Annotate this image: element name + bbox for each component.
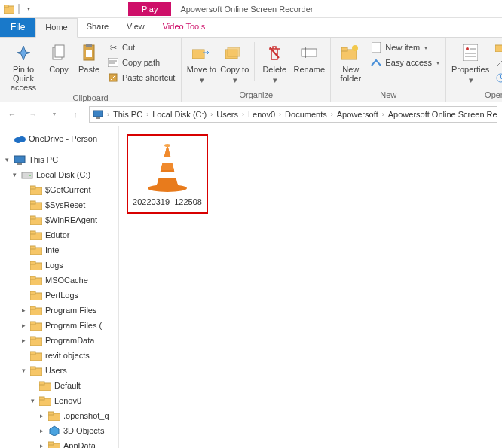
nav-tree[interactable]: OneDrive - Person▾This PC▾Local Disk (C:… xyxy=(0,126,119,448)
chevron-down-icon: ▾ xyxy=(469,75,473,84)
tree-item[interactable]: Edutor xyxy=(0,227,118,242)
folder-icon xyxy=(30,334,42,346)
tree-item[interactable]: Logs xyxy=(0,258,118,273)
copy-icon xyxy=(48,42,69,63)
folder-icon[interactable] xyxy=(3,3,15,15)
svg-rect-70 xyxy=(30,367,35,370)
new-item-button[interactable]: New item▾ xyxy=(369,41,441,54)
tree-item[interactable]: $GetCurrent xyxy=(0,182,118,197)
expand-icon[interactable]: ▸ xyxy=(38,427,45,434)
copy-button[interactable]: Copy xyxy=(45,39,72,92)
svg-rect-6 xyxy=(86,44,92,47)
tree-item[interactable]: ▾Users xyxy=(0,363,118,378)
chevron-right-icon[interactable]: › xyxy=(208,111,215,118)
back-button[interactable]: ← xyxy=(5,107,20,122)
tree-label: 3D Objects xyxy=(63,426,104,435)
svg-rect-72 xyxy=(39,382,44,385)
expand-icon[interactable]: ▾ xyxy=(29,397,36,404)
recent-locations-button[interactable]: ▾ xyxy=(47,107,62,122)
breadcrumb[interactable]: › This PC› Local Disk (C:)› Users› Lenov… xyxy=(89,106,497,123)
expand-icon[interactable]: ▸ xyxy=(20,306,27,314)
expand-icon[interactable]: ▸ xyxy=(38,412,45,419)
crumb-current[interactable]: Apowersoft Online Screen Recorder xyxy=(388,110,497,119)
chevron-right-icon[interactable]: › xyxy=(380,111,387,118)
copy-to-button[interactable]: Copy to▾ xyxy=(219,39,249,84)
tree-item[interactable]: ▸Program Files xyxy=(0,303,118,318)
pin-to-quick-access-button[interactable]: Pin to Quick access xyxy=(5,39,42,92)
tree-item[interactable]: $WinREAgent xyxy=(0,212,118,227)
up-button[interactable]: ↑ xyxy=(68,107,83,122)
svg-point-44 xyxy=(29,175,31,176)
folder-icon xyxy=(30,349,42,361)
share-tab[interactable]: Share xyxy=(78,18,118,37)
tree-item[interactable]: ▾Lenov0 xyxy=(0,393,118,408)
folder-icon xyxy=(30,319,42,331)
tree-item[interactable]: $SysReset xyxy=(0,197,118,212)
easy-access-icon xyxy=(370,56,382,69)
qat-dropdown-icon[interactable]: ▾ xyxy=(23,3,35,15)
chevron-right-icon[interactable]: › xyxy=(105,111,112,118)
tree-item[interactable]: ▸Program Files ( xyxy=(0,318,118,333)
edit-button[interactable]: Edit xyxy=(493,56,502,69)
chevron-right-icon[interactable]: › xyxy=(240,111,246,118)
crumb-users[interactable]: Users xyxy=(216,110,238,119)
file-tab[interactable]: File xyxy=(0,18,35,37)
content-pane[interactable]: 20220319_122508 xyxy=(119,126,502,448)
chevron-right-icon[interactable]: › xyxy=(329,111,335,118)
tree-item[interactable]: ▾This PC xyxy=(0,152,118,167)
tree-label: revit objects xyxy=(45,351,90,360)
crumb-documents[interactable]: Documents xyxy=(285,110,327,119)
chevron-right-icon[interactable]: › xyxy=(144,111,151,118)
tree-item[interactable]: ▸.openshot_q xyxy=(0,408,118,423)
expand-icon[interactable]: ▸ xyxy=(38,442,45,448)
contextual-tab-play[interactable]: Play xyxy=(128,2,171,16)
svg-point-22 xyxy=(466,47,469,50)
quick-access-toolbar: ▾ xyxy=(0,3,38,15)
tree-item[interactable]: ▸3D Objects xyxy=(0,423,118,438)
tree-item[interactable]: OneDrive - Person xyxy=(0,131,118,146)
paste-shortcut-button[interactable]: Paste shortcut xyxy=(106,71,176,84)
video-tools-tab[interactable]: Video Tools xyxy=(154,18,214,37)
tree-item[interactable]: Default xyxy=(0,378,118,393)
svg-rect-14 xyxy=(228,47,240,56)
tree-item[interactable]: ▾Local Disk (C:) xyxy=(0,167,118,182)
history-button[interactable]: History xyxy=(493,71,502,84)
tree-item[interactable]: Intel xyxy=(0,242,118,258)
expand-icon[interactable]: ▾ xyxy=(20,367,27,374)
move-to-button[interactable]: Move to▾ xyxy=(186,39,216,84)
rename-button[interactable]: Rename xyxy=(292,39,326,84)
svg-rect-62 xyxy=(30,306,35,309)
paste-button[interactable]: Paste xyxy=(75,39,103,92)
tree-label: Program Files xyxy=(45,306,96,315)
easy-access-button[interactable]: Easy access▾ xyxy=(369,56,441,69)
tree-label: $SysReset xyxy=(45,200,85,209)
file-item[interactable]: 20220319_122508 xyxy=(127,134,208,214)
cut-button[interactable]: ✂Cut xyxy=(106,41,176,54)
open-button[interactable]: Open▾ xyxy=(493,41,502,54)
tree-item[interactable]: revit objects xyxy=(0,348,118,363)
expand-icon[interactable]: ▾ xyxy=(11,171,18,178)
tree-item[interactable]: ▸ProgramData xyxy=(0,333,118,348)
chevron-right-icon[interactable]: › xyxy=(277,111,283,118)
tree-item[interactable]: ▸AppData xyxy=(0,438,118,448)
tree-label: MSOCache xyxy=(45,276,88,285)
group-organize: Move to▾ Copy to▾ Delete▾ Rename Organiz… xyxy=(182,38,331,102)
expand-icon[interactable]: ▸ xyxy=(20,322,27,329)
crumb-this-pc[interactable]: This PC xyxy=(113,110,142,119)
crumb-lenov0[interactable]: Lenov0 xyxy=(248,110,275,119)
crumb-apowersoft[interactable]: Apowersoft xyxy=(337,110,378,119)
expand-icon[interactable]: ▾ xyxy=(3,156,11,163)
delete-button[interactable]: Delete▾ xyxy=(259,39,289,84)
svg-rect-7 xyxy=(86,50,92,57)
properties-button[interactable]: Properties▾ xyxy=(451,39,490,84)
tree-item[interactable]: PerfLogs xyxy=(0,288,118,303)
view-tab[interactable]: View xyxy=(118,18,154,37)
tree-item[interactable]: MSOCache xyxy=(0,273,118,288)
ribbon-tabs: File Home Share View Video Tools xyxy=(0,18,502,38)
copy-path-button[interactable]: Copy path xyxy=(106,56,176,69)
home-tab[interactable]: Home xyxy=(35,18,77,38)
forward-button[interactable]: → xyxy=(26,107,41,122)
expand-icon[interactable]: ▸ xyxy=(20,337,27,344)
new-folder-button[interactable]: New folder xyxy=(335,39,366,83)
crumb-local-disk[interactable]: Local Disk (C:) xyxy=(152,110,207,119)
